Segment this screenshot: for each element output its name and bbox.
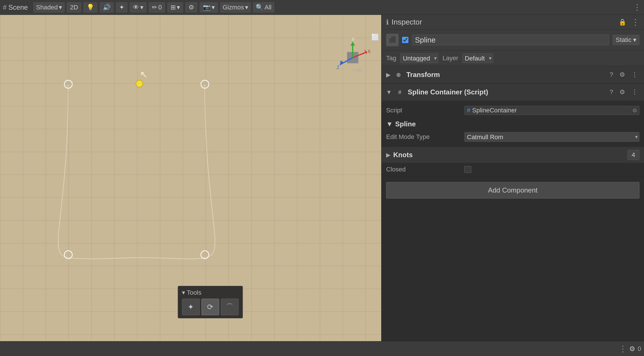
hash-icon: # <box>3 3 7 11</box>
spline-container-title: Spline Container (Script) <box>408 88 605 96</box>
inspector-title: Inspector <box>392 18 616 27</box>
tag-dropdown[interactable]: Untagged <box>400 53 438 63</box>
bottom-strip: ⋮ ⚙ 0 <box>0 341 644 356</box>
eye-icon: 👁 <box>133 4 139 11</box>
grid-button[interactable]: ⊞ ▾ <box>167 2 183 13</box>
transform-actions: ? ⚙ ⋮ <box>608 70 639 79</box>
curve-icon: ⌒ <box>226 302 233 312</box>
edit-mode-row: Edit Mode Type Catmull Rom <box>386 130 639 144</box>
bottom-more-button[interactable]: ⋮ <box>619 344 627 353</box>
spline-container-component: ▼ # Spline Container (Script) ? ⚙ ⋮ Scri… <box>382 84 644 176</box>
gizmos-dropdown[interactable]: Gizmos ▾ <box>220 2 251 13</box>
static-label: Static <box>616 36 631 44</box>
spline-icon: # <box>395 87 405 97</box>
transform-help-button[interactable]: ? <box>608 70 615 79</box>
edit-mode-dropdown[interactable]: Catmull Rom <box>464 132 639 142</box>
svg-text:Iso: Iso <box>356 68 362 72</box>
static-dropdown[interactable]: Static ▾ <box>613 35 639 45</box>
knots-row[interactable]: ▶ Knots 4 <box>382 147 644 163</box>
scene-visibility-button[interactable]: 👁 ▾ <box>130 2 147 13</box>
shading-dropdown[interactable]: Shaded ▾ <box>33 2 65 13</box>
object-enabled-checkbox[interactable] <box>402 37 408 43</box>
script-field-label: Script <box>386 107 460 114</box>
audio-button[interactable]: 🔊 <box>100 2 114 13</box>
transform-header[interactable]: ▶ ⊕ Transform ? ⚙ ⋮ <box>382 66 644 83</box>
camera-icon: 📷 <box>203 4 210 11</box>
tag-select[interactable]: Untagged <box>400 53 438 63</box>
spline-settings-button[interactable]: ⚙ <box>618 88 627 96</box>
chevron-down-icon: ▾ <box>177 4 180 11</box>
main-area: ↖ <box>0 15 644 341</box>
knot-tool-button[interactable]: ✦ <box>182 299 200 315</box>
info-icon: ℹ <box>386 18 389 26</box>
edit-mode-select[interactable]: Catmull Rom <box>464 132 639 142</box>
tools-collapse-arrow[interactable]: ▾ <box>182 289 185 296</box>
inspector-more-button[interactable]: ⋮ <box>631 17 639 27</box>
knot-icon: ✦ <box>188 303 194 312</box>
tools-label: Tools <box>187 289 201 296</box>
transform-more-button[interactable]: ⋮ <box>630 70 639 79</box>
camera-button[interactable]: 📷 ▾ <box>200 2 218 13</box>
scene-view[interactable]: ↖ <box>0 15 381 341</box>
spline-more-button[interactable]: ⋮ <box>630 88 639 96</box>
add-component-section: Add Component <box>382 176 644 204</box>
gear-icon[interactable]: ⚙ <box>629 345 635 353</box>
script-target-icon[interactable]: ⊙ <box>633 107 637 114</box>
svg-marker-4 <box>364 50 367 54</box>
tag-label: Tag <box>386 54 396 62</box>
curve-tool-button[interactable]: ⌒ <box>221 299 238 315</box>
search-icon: 🔍 <box>256 4 263 11</box>
knots-arrow: ▶ <box>386 151 390 158</box>
spline-subsection-header[interactable]: ▼ Spline <box>386 117 639 130</box>
tools-title: ▾ Tools <box>182 289 238 296</box>
paint-button[interactable]: ✏ 0 <box>149 2 165 13</box>
chevron-down-icon: ▾ <box>59 4 62 11</box>
svg-text:Y: Y <box>352 38 355 42</box>
grid-icon: ⊞ <box>170 4 176 11</box>
bottom-count: 0 <box>638 345 641 353</box>
paint-value: 0 <box>158 4 162 11</box>
scene-toolbar: # Scene Shaded ▾ 2D 💡 🔊 ✦ 👁 ▾ ✏ 0 ⊞ ▾ ⚙ … <box>0 0 644 15</box>
svg-text:≡: ≡ <box>352 68 354 72</box>
gizmos-label: Gizmos <box>223 4 244 11</box>
script-value-text: SplineContainer <box>472 107 517 114</box>
layer-dropdown[interactable]: Default <box>462 53 493 63</box>
shading-label: Shaded <box>36 4 58 11</box>
script-field-row: Script # SplineContainer ⊙ <box>386 104 639 117</box>
add-component-button[interactable]: Add Component <box>386 182 639 199</box>
closed-checkbox[interactable] <box>464 166 471 173</box>
lock-icon[interactable]: 🔒 <box>619 19 626 26</box>
svg-text:X: X <box>368 49 371 54</box>
object-name-input[interactable] <box>412 35 609 45</box>
inspector-panel: ℹ Inspector 🔒 ⋮ ⬛ Static ▾ Tag Untagged … <box>381 15 644 341</box>
tools-buttons: ✦ ⟳ ⌒ <box>182 299 238 315</box>
closed-row: Closed <box>382 163 644 176</box>
2d-button[interactable]: 2D <box>67 2 81 13</box>
all-dropdown[interactable]: 🔍 All <box>253 2 274 13</box>
corner-toggle[interactable]: ⬜ <box>371 34 379 41</box>
spline-container-header[interactable]: ▼ # Spline Container (Script) ? ⚙ ⋮ <box>382 84 644 101</box>
settings-button[interactable]: ⚙ <box>185 2 197 13</box>
inspector-header: ℹ Inspector 🔒 ⋮ <box>382 15 644 30</box>
transform-collapse-arrow: ▶ <box>386 71 390 78</box>
tangent-tool-button[interactable]: ⟳ <box>201 299 219 315</box>
edit-mode-label: Edit Mode Type <box>386 133 460 141</box>
transform-settings-button[interactable]: ⚙ <box>618 70 627 79</box>
spline-subsection-title: Spline <box>395 120 416 128</box>
chevron-down-icon: ▾ <box>245 4 248 11</box>
svg-line-0 <box>68 84 139 84</box>
svg-marker-6 <box>350 42 355 46</box>
object-icon: ⬛ <box>386 34 399 46</box>
layer-select[interactable]: Default <box>462 53 493 63</box>
object-header: ⬛ Static ▾ <box>382 30 644 50</box>
scene-more-button[interactable]: ⋮ <box>633 3 641 12</box>
svg-text:Z: Z <box>337 65 340 70</box>
knots-count: 4 <box>627 150 639 160</box>
tangent-icon: ⟳ <box>207 303 213 312</box>
fx-button[interactable]: ✦ <box>116 2 127 13</box>
spline-help-button[interactable]: ? <box>608 88 615 96</box>
light-button[interactable]: 💡 <box>83 2 97 13</box>
gizmo[interactable]: X Y Z Iso ≡ <box>333 38 367 72</box>
scene-label: Scene <box>8 3 28 11</box>
tools-panel: ▾ Tools ✦ ⟳ ⌒ <box>178 286 243 318</box>
